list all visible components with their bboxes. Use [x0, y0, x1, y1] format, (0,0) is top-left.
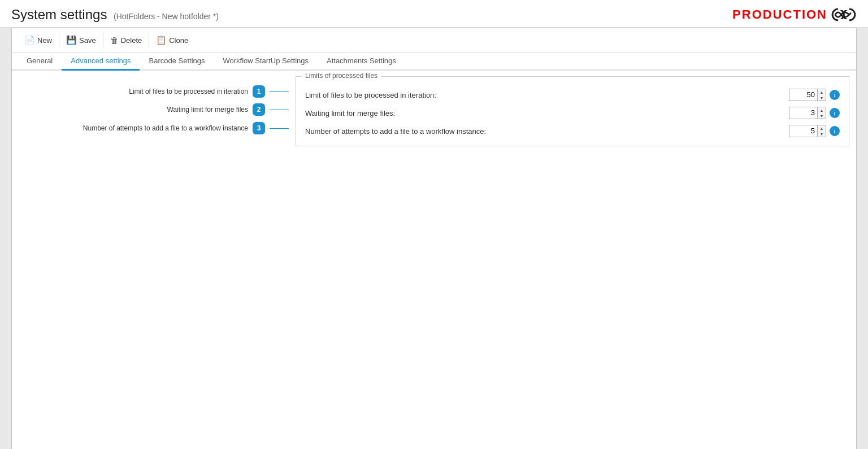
- spinner-iteration[interactable]: ▲ ▼: [789, 89, 826, 101]
- field-label-merge: Waiting limit for merge files:: [305, 109, 789, 117]
- tab-attachments[interactable]: Attachments Settings: [318, 53, 405, 71]
- clone-icon: 📋: [156, 35, 167, 45]
- info-icon-merge[interactable]: i: [830, 108, 840, 118]
- spinner-merge-input[interactable]: [789, 107, 817, 119]
- page-wrapper: System settings (HotFolders - New hotfol…: [0, 0, 868, 449]
- save-button[interactable]: 💾 Save: [59, 33, 103, 47]
- field-row-attempts: Number of attempts to add a file to a wo…: [302, 122, 843, 140]
- spinner-merge-btns[interactable]: ▲ ▼: [817, 107, 826, 119]
- field-right-iteration: ▲ ▼ i: [789, 89, 840, 101]
- delete-label: Delete: [121, 36, 142, 45]
- spinner-iteration-down[interactable]: ▼: [818, 95, 826, 101]
- field-row-merge: Waiting limit for merge files: ▲ ▼ i: [302, 104, 843, 122]
- spinner-merge-down[interactable]: ▼: [818, 113, 826, 119]
- title-text: System settings: [11, 7, 107, 22]
- spinner-attempts-down[interactable]: ▼: [818, 131, 826, 137]
- field-label-attempts: Number of attempts to add a file to a wo…: [305, 127, 789, 136]
- new-icon: 📄: [24, 35, 35, 45]
- tab-content-wrapper: Limit of files to be processed in iterat…: [12, 71, 856, 184]
- annotation-3: Number of attempts to add a file to a wo…: [12, 122, 289, 134]
- field-label-iteration: Limit of files to be processed in iterat…: [305, 91, 789, 99]
- spinner-attempts-btns[interactable]: ▲ ▼: [817, 125, 826, 137]
- annotation-1: Limit of files to be processed in iterat…: [12, 85, 289, 98]
- tab-barcode[interactable]: Barcode Settings: [140, 53, 214, 71]
- field-right-merge: ▲ ▼ i: [789, 107, 840, 119]
- spinner-attempts-up[interactable]: ▲: [818, 125, 826, 131]
- subtitle-text: (HotFolders - New hotfolder *): [114, 12, 219, 21]
- clone-button[interactable]: 📋 Clone: [149, 33, 195, 47]
- annotation-3-line: [270, 128, 289, 129]
- badge-2: 2: [253, 103, 265, 116]
- production-badge: PRODUCTION: [732, 7, 857, 22]
- field-row-iteration: Limit of files to be processed in iterat…: [302, 86, 843, 104]
- limits-section: Limits of processed files Limit of files…: [296, 76, 849, 146]
- annotation-1-line: [270, 91, 289, 92]
- spinner-iteration-input[interactable]: [789, 89, 817, 101]
- new-button[interactable]: 📄 New: [18, 33, 59, 47]
- annotation-2-label: Waiting limit for merge files: [167, 106, 248, 114]
- info-icon-iteration[interactable]: i: [830, 90, 840, 100]
- clone-label: Clone: [169, 36, 188, 45]
- tab-general[interactable]: General: [18, 53, 62, 71]
- badge-3: 3: [253, 122, 265, 134]
- save-label: Save: [79, 36, 96, 45]
- main-page: 📄 New 💾 Save 🗑 Delete 📋 Clone General Ad…: [11, 28, 857, 449]
- tab-workflow[interactable]: Workflow StartUp Settings: [214, 53, 318, 71]
- delete-icon: 🗑: [110, 36, 119, 45]
- header-section: System settings (HotFolders - New hotfol…: [0, 0, 868, 28]
- spinner-attempts-input[interactable]: [789, 125, 817, 137]
- save-icon: 💾: [66, 35, 77, 45]
- badge-1: 1: [253, 85, 265, 98]
- infinity-icon: [831, 7, 857, 22]
- content-area: Limits of processed files Limit of files…: [289, 71, 856, 184]
- spinner-attempts[interactable]: ▲ ▼: [789, 125, 826, 137]
- section-legend: Limits of processed files: [302, 72, 381, 80]
- info-icon-attempts[interactable]: i: [830, 126, 840, 136]
- spinner-merge[interactable]: ▲ ▼: [789, 107, 826, 119]
- annotation-1-label: Limit of files to be processed in iterat…: [129, 88, 248, 95]
- tabs-bar: General Advanced settings Barcode Settin…: [12, 53, 856, 71]
- spinner-iteration-up[interactable]: ▲: [818, 89, 826, 95]
- field-right-attempts: ▲ ▼ i: [789, 125, 840, 137]
- annotation-3-label: Number of attempts to add a file to a wo…: [83, 124, 248, 132]
- annotation-2-line: [270, 110, 289, 110]
- annotation-2: Waiting limit for merge files 2: [12, 103, 289, 116]
- toolbar: 📄 New 💾 Save 🗑 Delete 📋 Clone: [12, 28, 856, 53]
- production-label: PRODUCTION: [732, 7, 827, 22]
- new-label: New: [37, 36, 52, 45]
- annotation-panel: Limit of files to be processed in iterat…: [12, 71, 289, 184]
- delete-button[interactable]: 🗑 Delete: [103, 33, 150, 47]
- tab-advanced[interactable]: Advanced settings: [62, 53, 140, 71]
- spinner-merge-up[interactable]: ▲: [818, 107, 826, 113]
- page-title: System settings (HotFolders - New hotfol…: [11, 7, 219, 23]
- spinner-iteration-btns[interactable]: ▲ ▼: [817, 89, 826, 101]
